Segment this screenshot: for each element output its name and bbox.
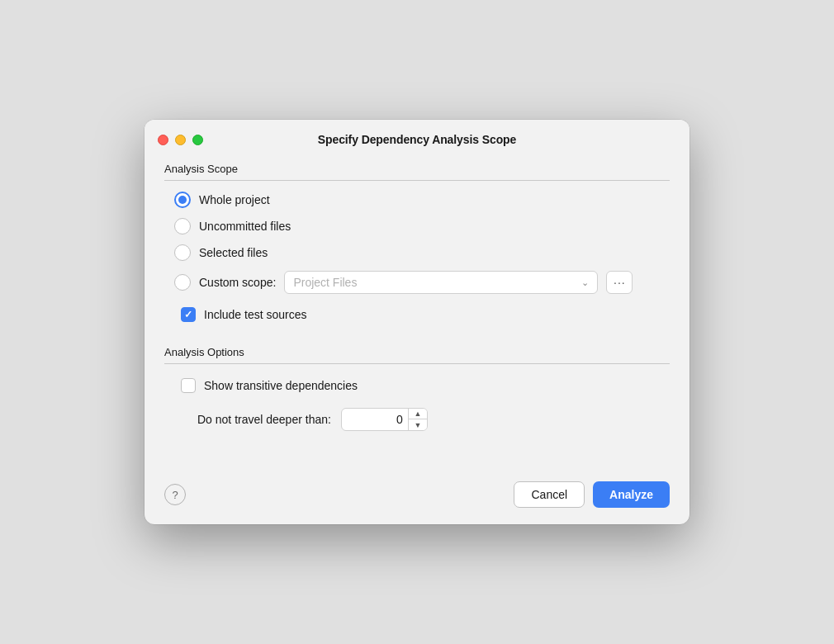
include-test-sources-label: Include test sources: [204, 308, 307, 321]
analysis-options-header: Analysis Options: [164, 346, 670, 364]
radio-label-selected: Selected files: [199, 246, 268, 259]
options-group: Show transitive dependencies Do not trav…: [164, 371, 670, 435]
radio-label-whole-project: Whole project: [199, 193, 270, 206]
help-button[interactable]: ?: [164, 484, 186, 505]
radio-whole-project[interactable]: [174, 192, 191, 208]
scope-dropdown-text: Project Files: [293, 276, 357, 289]
radio-label-uncommitted: Uncommitted files: [199, 220, 291, 233]
analysis-options-section: Analysis Options Show transitive depende…: [164, 346, 670, 435]
include-test-sources-row[interactable]: Include test sources: [171, 303, 670, 326]
analysis-scope-section: Analysis Scope Whole project Uncommitted…: [164, 163, 670, 326]
dialog-footer: ? Cancel Analyze: [145, 471, 689, 524]
radio-selected[interactable]: [174, 244, 191, 261]
depth-spinner[interactable]: ▲ ▼: [341, 408, 428, 431]
chevron-down-icon: ⌄: [581, 277, 589, 288]
dialog-body: Analysis Scope Whole project Uncommitted…: [145, 156, 689, 471]
footer-buttons: Cancel Analyze: [514, 481, 670, 508]
radio-group: Whole project Uncommitted files Selected…: [164, 187, 670, 326]
show-transitive-row[interactable]: Show transitive dependencies: [171, 374, 670, 397]
close-button[interactable]: [158, 135, 168, 145]
radio-uncommitted[interactable]: [174, 218, 191, 234]
analyze-button[interactable]: Analyze: [593, 481, 670, 508]
cancel-button[interactable]: Cancel: [514, 481, 585, 508]
analysis-scope-header: Analysis Scope: [164, 163, 670, 181]
maximize-button[interactable]: [192, 135, 203, 145]
spinner-down-button[interactable]: ▼: [409, 419, 427, 431]
depth-value-input[interactable]: [342, 413, 408, 426]
radio-label-custom-scope: Custom scope:: [199, 276, 276, 289]
radio-item-whole-project[interactable]: Whole project: [171, 187, 670, 212]
radio-custom-scope[interactable]: [174, 274, 191, 291]
include-test-sources-checkbox[interactable]: [181, 307, 196, 322]
radio-item-selected[interactable]: Selected files: [171, 240, 670, 265]
depth-row: Do not travel deeper than: ▲ ▼: [171, 404, 670, 435]
depth-label: Do not travel deeper than:: [197, 413, 331, 426]
title-bar: Specify Dependency Analysis Scope: [145, 120, 689, 156]
spinner-up-button[interactable]: ▲: [409, 408, 427, 419]
dialog-title: Specify Dependency Analysis Scope: [318, 133, 517, 146]
radio-item-custom-scope[interactable]: Custom scope: Project Files ⌄ ···: [171, 267, 670, 298]
scope-dropdown[interactable]: Project Files ⌄: [284, 271, 598, 294]
window-controls: [158, 135, 203, 145]
show-transitive-checkbox[interactable]: [181, 378, 196, 393]
dialog: Specify Dependency Analysis Scope Analys…: [145, 120, 689, 524]
radio-item-uncommitted[interactable]: Uncommitted files: [171, 214, 670, 239]
minimize-button[interactable]: [175, 135, 186, 145]
show-transitive-label: Show transitive dependencies: [204, 379, 358, 392]
spinner-buttons: ▲ ▼: [408, 408, 427, 431]
scope-more-button[interactable]: ···: [606, 271, 633, 294]
